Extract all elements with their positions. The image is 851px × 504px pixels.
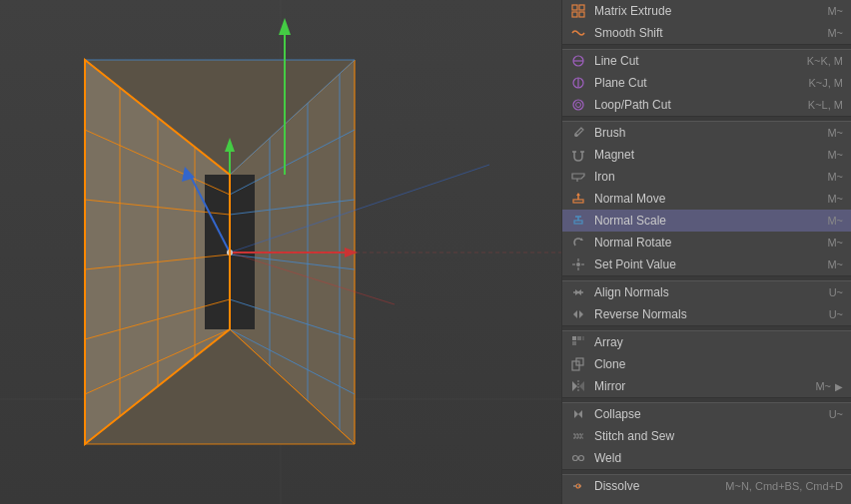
- stitch-icon: [570, 428, 586, 444]
- shortcut-smooth-shift: M~: [827, 27, 843, 39]
- menu-item-weld[interactable]: Weld: [562, 447, 851, 469]
- menu-label-matrix-extrude: Matrix Extrude: [594, 4, 827, 18]
- shortcut-mirror: M~: [815, 380, 831, 392]
- shortcut-align-normals: U~: [829, 286, 843, 298]
- viewport-3d[interactable]: [0, 0, 561, 504]
- collapse-icon: [570, 406, 586, 422]
- svg-rect-40: [579, 12, 584, 17]
- svg-rect-69: [577, 336, 581, 340]
- svg-rect-70: [582, 336, 584, 340]
- menu-item-plane-cut[interactable]: Plane CutK~J, M: [562, 72, 851, 94]
- menu-item-normal-scale[interactable]: Normal ScaleM~: [562, 210, 851, 232]
- svg-marker-67: [579, 310, 583, 318]
- menu-item-loop-path-cut[interactable]: Loop/Path CutK~L, M: [562, 94, 851, 116]
- svg-point-85: [579, 456, 584, 461]
- menu-label-stitch-and-sew: Stitch and Sew: [594, 429, 843, 443]
- svg-rect-37: [572, 5, 577, 10]
- svg-rect-71: [572, 341, 576, 345]
- svg-rect-51: [573, 200, 583, 203]
- svg-marker-76: [579, 381, 584, 391]
- menu-item-reverse-normals[interactable]: Reverse NormalsU~: [562, 303, 851, 325]
- menu-item-dissolve[interactable]: DissolveM~N, Cmd+BS, Cmd+D: [562, 475, 851, 497]
- arrow-mirror: ▶: [835, 381, 843, 392]
- svg-rect-54: [574, 221, 582, 224]
- planecut-icon: [570, 75, 586, 91]
- shortcut-reverse-normals: U~: [829, 308, 843, 320]
- menu-label-collapse: Collapse: [594, 407, 829, 421]
- menu-item-normal-move[interactable]: Normal MoveM~: [562, 188, 851, 210]
- svg-marker-66: [573, 310, 577, 318]
- menu-item-collapse[interactable]: CollapseU~: [562, 403, 851, 425]
- menu-label-array: Array: [594, 335, 843, 349]
- menu-item-magnet[interactable]: MagnetM~: [562, 144, 851, 166]
- shortcut-magnet: M~: [827, 149, 843, 161]
- shortcut-normal-move: M~: [827, 193, 843, 205]
- menu-item-line-cut[interactable]: Line CutK~K, M: [562, 50, 851, 72]
- svg-marker-65: [577, 289, 581, 295]
- menu-label-reverse-normals: Reverse Normals: [594, 307, 829, 321]
- grid-icon: [570, 3, 586, 19]
- menu-label-smooth-shift: Smooth Shift: [594, 26, 827, 40]
- menu-item-smooth-shift[interactable]: Smooth ShiftM~: [562, 22, 851, 44]
- menu-item-set-point-value[interactable]: Set Point ValueM~: [562, 253, 851, 275]
- weld-icon: [570, 450, 586, 466]
- svg-point-46: [576, 103, 581, 108]
- menu-label-magnet: Magnet: [594, 148, 827, 162]
- menu-label-align-normals: Align Normals: [594, 285, 829, 299]
- menu-label-normal-scale: Normal Scale: [594, 214, 827, 228]
- magnet-icon: [570, 147, 586, 163]
- shortcut-set-point-value: M~: [827, 258, 843, 270]
- svg-rect-38: [579, 5, 584, 10]
- menu-label-loop-path-cut: Loop/Path Cut: [594, 98, 808, 112]
- shortcut-normal-scale: M~: [827, 215, 843, 227]
- svg-point-58: [576, 262, 580, 266]
- menu-label-clone: Clone: [594, 357, 843, 371]
- svg-rect-39: [572, 12, 577, 17]
- menu-label-dissolve: Dissolve: [594, 479, 725, 493]
- svg-point-45: [573, 100, 583, 110]
- svg-rect-68: [572, 336, 576, 340]
- svg-marker-53: [576, 193, 580, 196]
- menu-item-clone[interactable]: Clone: [562, 353, 851, 375]
- menu-item-iron[interactable]: IronM~: [562, 166, 851, 188]
- svg-point-47: [575, 134, 578, 137]
- shortcut-matrix-extrude: M~: [827, 5, 843, 17]
- wave-icon: [570, 25, 586, 41]
- shortcut-normal-rotate: M~: [827, 237, 843, 249]
- menu-label-normal-rotate: Normal Rotate: [594, 236, 827, 250]
- menu-item-array[interactable]: Array: [562, 331, 851, 353]
- menu-label-set-point-value: Set Point Value: [594, 257, 827, 271]
- menu-item-mirror[interactable]: MirrorM~▶: [562, 375, 851, 397]
- menu-item-stitch-and-sew[interactable]: Stitch and Sew: [562, 425, 851, 447]
- clone-icon: [570, 356, 586, 372]
- shortcut-brush: M~: [827, 127, 843, 139]
- shortcut-plane-cut: K~J, M: [808, 77, 843, 89]
- svg-marker-78: [578, 410, 582, 418]
- menu-item-align-normals[interactable]: Align NormalsU~: [562, 281, 851, 303]
- reverse-icon: [570, 306, 586, 322]
- menu-label-plane-cut: Plane Cut: [594, 76, 808, 90]
- shortcut-dissolve: M~N, Cmd+BS, Cmd+D: [725, 480, 843, 492]
- menu-item-matrix-extrude[interactable]: Matrix ExtrudeM~: [562, 0, 851, 22]
- menu-label-iron: Iron: [594, 170, 827, 184]
- shortcut-line-cut: K~K, M: [807, 55, 843, 67]
- menu-item-normal-rotate[interactable]: Normal RotateM~: [562, 232, 851, 253]
- iron-icon: [570, 169, 586, 185]
- svg-point-84: [573, 456, 578, 461]
- menu-label-brush: Brush: [594, 126, 827, 140]
- svg-marker-77: [574, 410, 578, 418]
- mirror-icon: [570, 378, 586, 394]
- svg-marker-74: [572, 381, 577, 391]
- menu-label-weld: Weld: [594, 451, 843, 465]
- loopcut-icon: [570, 97, 586, 113]
- array-icon: [570, 334, 586, 350]
- brush-icon: [570, 125, 586, 141]
- shortcut-loop-path-cut: K~L, M: [808, 99, 843, 111]
- normalscale-icon: [570, 213, 586, 229]
- linecut-icon: [570, 53, 586, 69]
- setpoint-icon: [570, 256, 586, 272]
- dissolve-icon: [570, 478, 586, 494]
- menu-item-brush[interactable]: BrushM~: [562, 122, 851, 144]
- normalmove-icon: [570, 191, 586, 207]
- menu-label-normal-move: Normal Move: [594, 192, 827, 206]
